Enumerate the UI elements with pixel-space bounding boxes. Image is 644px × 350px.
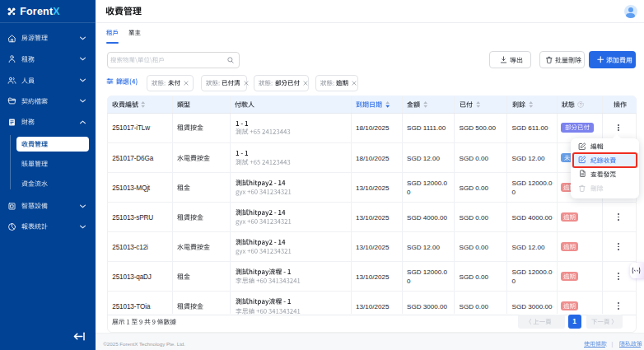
svg-text:?: ? — [579, 103, 581, 107]
